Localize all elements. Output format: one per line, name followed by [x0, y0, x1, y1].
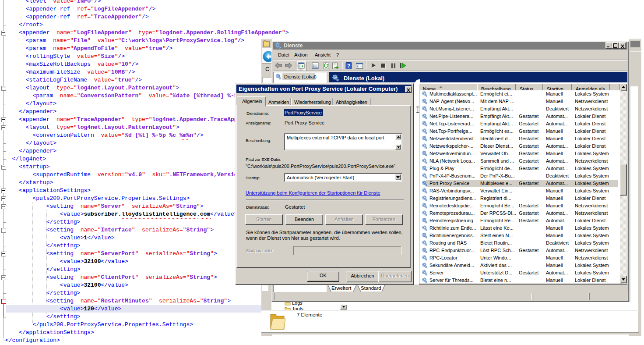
- svg-text:?: ?: [347, 63, 350, 68]
